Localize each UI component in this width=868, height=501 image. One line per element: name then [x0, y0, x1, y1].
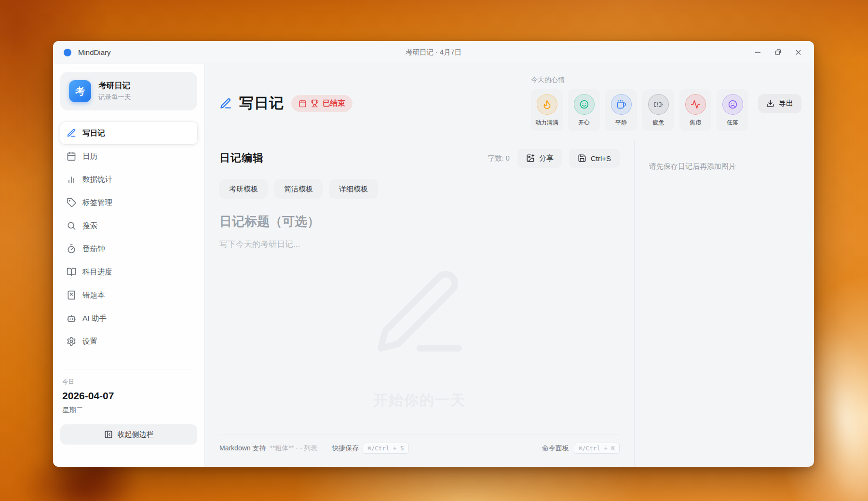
- export-label: 导出: [779, 99, 793, 108]
- page-title: 写日记: [239, 94, 284, 113]
- diary-content-input[interactable]: [219, 238, 620, 434]
- sidebar-item-tag-management[interactable]: 标签管理: [60, 191, 197, 214]
- mood-name: 焦虑: [690, 119, 701, 127]
- sidebar-item-label: 搜索: [82, 221, 97, 231]
- template-kaoyan-button[interactable]: 考研模板: [219, 179, 268, 199]
- app-dot-icon: [64, 49, 71, 56]
- mood-name: 平静: [615, 119, 627, 127]
- image-panel: 请先保存日记后再添加图片: [635, 140, 814, 467]
- minimize-icon: [754, 48, 762, 56]
- mood-tired-button[interactable]: 疲惫: [642, 89, 674, 131]
- sidebar-item-label: 标签管理: [82, 198, 112, 208]
- calendar-icon: [298, 99, 307, 108]
- mood-name: 低落: [727, 119, 738, 127]
- export-button[interactable]: 导出: [758, 94, 801, 113]
- window-title: 考研日记 · 4月7日: [406, 48, 461, 57]
- book-x-icon: [67, 290, 76, 300]
- word-count: 字数: 0: [488, 154, 510, 163]
- sidebar: 考 考研日记 记录每一天 写日记 日历 数据统计: [53, 64, 205, 467]
- template-detailed-button[interactable]: 详细模板: [329, 179, 378, 199]
- battery-low-icon: [648, 94, 669, 115]
- sidebar-item-write-diary[interactable]: 写日记: [60, 122, 197, 144]
- template-simple-button[interactable]: 简洁模板: [274, 179, 323, 199]
- mood-name: 动力满满: [535, 119, 558, 127]
- collapse-sidebar-button[interactable]: 收起侧边栏: [60, 424, 197, 445]
- image-plus-icon: [526, 154, 535, 162]
- close-button[interactable]: [791, 45, 805, 60]
- titlebar[interactable]: MindDiary 考研日记 · 4月7日: [53, 41, 814, 64]
- search-icon: [67, 221, 76, 230]
- mood-happy-button[interactable]: 开心: [568, 89, 600, 131]
- sidebar-item-search[interactable]: 搜索: [60, 215, 197, 237]
- mood-name: 开心: [578, 119, 590, 127]
- app-name: MindDiary: [78, 48, 111, 56]
- mood-calm-button[interactable]: 平静: [605, 89, 637, 131]
- share-label: 分享: [539, 154, 554, 163]
- today-label: 今日: [60, 378, 197, 386]
- command-palette-label: 命令面板: [542, 444, 569, 453]
- status-badge-label: 已结束: [323, 98, 345, 108]
- flame-icon: [537, 94, 557, 115]
- profile-card: 考 考研日记 记录每一天: [60, 72, 197, 110]
- markdown-support-label: Markdown 支持: [219, 444, 266, 453]
- bot-icon: [67, 313, 76, 323]
- markdown-hint: **粗体** · - 列表: [270, 444, 317, 453]
- mood-name: 疲惫: [652, 119, 664, 127]
- share-button[interactable]: 分享: [517, 149, 562, 168]
- book-open-icon: [67, 267, 76, 277]
- app-window: MindDiary 考研日记 · 4月7日 考 考研日记 记录每一天: [53, 41, 814, 467]
- sidebar-item-pomodoro[interactable]: 番茄钟: [60, 238, 197, 260]
- pen-icon: [219, 97, 232, 110]
- sidebar-item-label: 番茄钟: [82, 244, 105, 254]
- sidebar-item-label: 日历: [82, 151, 97, 162]
- profile-title: 考研日记: [98, 81, 131, 91]
- quick-save-label: 快捷保存: [332, 444, 359, 453]
- sidebar-item-label: 设置: [82, 337, 97, 347]
- activity-icon: [685, 94, 706, 115]
- bar-chart-icon: [67, 175, 76, 184]
- command-palette-kbd: ⌘/Ctrl + K: [574, 443, 620, 454]
- main-area: 写日记 已结束 今天的心情: [205, 64, 814, 467]
- sidebar-divider: [61, 369, 196, 369]
- minimize-button[interactable]: [750, 45, 765, 60]
- avatar: 考: [69, 80, 91, 102]
- sidebar-item-subject-progress[interactable]: 科目进度: [60, 261, 197, 283]
- sidebar-item-statistics[interactable]: 数据统计: [60, 168, 197, 190]
- mood-down-button[interactable]: 低落: [717, 89, 748, 131]
- calendar-icon: [67, 151, 76, 161]
- frown-icon: [722, 94, 743, 115]
- coffee-icon: [611, 94, 632, 115]
- profile-subtitle: 记录每一天: [98, 93, 131, 102]
- save-button[interactable]: Ctrl+S: [569, 149, 620, 168]
- panel-collapse-icon: [104, 430, 113, 439]
- maximize-button[interactable]: [771, 45, 785, 60]
- mood-row: 动力满满 开心: [531, 89, 748, 131]
- image-panel-hint: 请先保存日记后再添加图片: [649, 162, 800, 171]
- sidebar-item-ai-assistant[interactable]: AI 助手: [60, 307, 197, 329]
- mood-anxious-button[interactable]: 焦虑: [679, 89, 711, 131]
- sidebar-item-label: 写日记: [82, 128, 105, 138]
- sidebar-item-label: 数据统计: [82, 175, 112, 185]
- editor-section: 日记编辑 字数: 0 分享 Ctrl+S: [205, 140, 635, 467]
- sidebar-item-label: 科目进度: [82, 267, 112, 277]
- collapse-sidebar-label: 收起侧边栏: [118, 430, 154, 439]
- sidebar-item-label: AI 助手: [82, 313, 107, 324]
- sidebar-item-mistake-notebook[interactable]: 错题本: [60, 284, 197, 306]
- timer-icon: [67, 244, 76, 254]
- quick-save-kbd: ⌘/Ctrl + S: [363, 443, 408, 454]
- restore-icon: [774, 48, 782, 56]
- smile-icon: [574, 94, 595, 115]
- diary-title-input[interactable]: [219, 212, 620, 234]
- trophy-icon: [311, 99, 319, 108]
- today-weekday: 星期二: [60, 406, 197, 415]
- save-icon: [578, 154, 586, 162]
- pen-icon: [67, 128, 76, 138]
- editor-footer: Markdown 支持 **粗体** · - 列表 快捷保存 ⌘/Ctrl + …: [219, 434, 620, 467]
- mood-motivated-button[interactable]: 动力满满: [531, 89, 563, 131]
- save-label: Ctrl+S: [591, 154, 611, 162]
- close-icon: [794, 48, 802, 56]
- sidebar-item-calendar[interactable]: 日历: [60, 145, 197, 167]
- mood-label: 今天的心情: [531, 76, 748, 84]
- sidebar-item-settings[interactable]: 设置: [60, 330, 197, 352]
- tag-icon: [67, 198, 76, 207]
